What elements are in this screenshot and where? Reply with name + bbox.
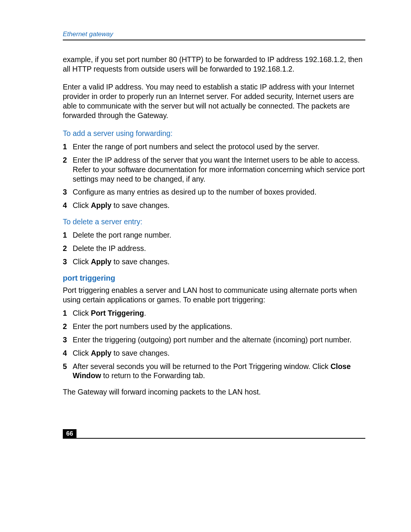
page-footer: 66 xyxy=(63,429,365,439)
header-title: Ethernet gateway xyxy=(63,30,113,38)
footer-rule xyxy=(63,438,365,439)
step-text: Click Apply to save changes. xyxy=(73,201,365,210)
delete-server-list: 1 Delete the port range number. 2 Delete… xyxy=(63,230,365,267)
list-item: 5 After several seconds you will be retu… xyxy=(63,362,365,381)
list-item: 1 Click Port Triggering. xyxy=(63,308,365,318)
page-header: Ethernet gateway xyxy=(63,30,365,40)
page-body: example, if you set port number 80 (HTTP… xyxy=(63,55,365,397)
port-triggering-list: 1 Click Port Triggering. 2 Enter the por… xyxy=(63,308,365,381)
list-item: 1 Enter the range of port numbers and se… xyxy=(63,142,365,152)
port-triggering-outro: The Gateway will forward incoming packet… xyxy=(63,387,365,397)
page: Ethernet gateway example, if you set por… xyxy=(0,0,411,532)
step-number: 1 xyxy=(63,230,73,240)
list-item: 2 Enter the port numbers used by the app… xyxy=(63,322,365,331)
list-item: 4 Click Apply to save changes. xyxy=(63,201,365,210)
intro-paragraph-2: Enter a valid IP address. You may need t… xyxy=(63,82,365,120)
step-number: 4 xyxy=(63,348,73,358)
step-text: Delete the port range number. xyxy=(73,230,365,240)
step-number: 1 xyxy=(63,308,73,318)
step-text: Enter the range of port numbers and sele… xyxy=(73,142,365,152)
step-text: Configure as many entries as desired up … xyxy=(73,187,365,197)
page-number: 66 xyxy=(63,429,76,438)
step-text: Click Apply to save changes. xyxy=(73,257,365,267)
step-text: Click Apply to save changes. xyxy=(73,348,365,358)
step-number: 2 xyxy=(63,322,73,331)
add-server-heading: To add a server using forwarding: xyxy=(63,129,365,138)
step-text: Delete the IP address. xyxy=(73,244,365,253)
step-text: Enter the triggering (outgoing) port num… xyxy=(73,335,365,345)
step-text: After several seconds you will be return… xyxy=(73,362,365,381)
intro-paragraph-1: example, if you set port number 80 (HTTP… xyxy=(63,55,365,74)
step-number: 5 xyxy=(63,362,73,371)
port-triggering-intro: Port triggering enables a server and LAN… xyxy=(63,286,365,305)
step-number: 4 xyxy=(63,201,73,210)
step-number: 2 xyxy=(63,244,73,253)
add-server-list: 1 Enter the range of port numbers and se… xyxy=(63,142,365,211)
step-number: 3 xyxy=(63,335,73,345)
step-number: 2 xyxy=(63,155,73,165)
list-item: 1 Delete the port range number. xyxy=(63,230,365,240)
list-item: 2 Delete the IP address. xyxy=(63,244,365,253)
port-triggering-heading: port triggering xyxy=(63,273,365,283)
list-item: 3 Enter the triggering (outgoing) port n… xyxy=(63,335,365,345)
step-number: 3 xyxy=(63,187,73,197)
step-text: Enter the IP address of the server that … xyxy=(73,155,365,184)
list-item: 3 Click Apply to save changes. xyxy=(63,257,365,267)
step-number: 1 xyxy=(63,142,73,152)
list-item: 2 Enter the IP address of the server tha… xyxy=(63,155,365,184)
list-item: 4 Click Apply to save changes. xyxy=(63,348,365,358)
delete-server-heading: To delete a server entry: xyxy=(63,217,365,227)
step-number: 3 xyxy=(63,257,73,267)
step-text: Click Port Triggering. xyxy=(73,308,365,318)
step-text: Enter the port numbers used by the appli… xyxy=(73,322,365,331)
list-item: 3 Configure as many entries as desired u… xyxy=(63,187,365,197)
